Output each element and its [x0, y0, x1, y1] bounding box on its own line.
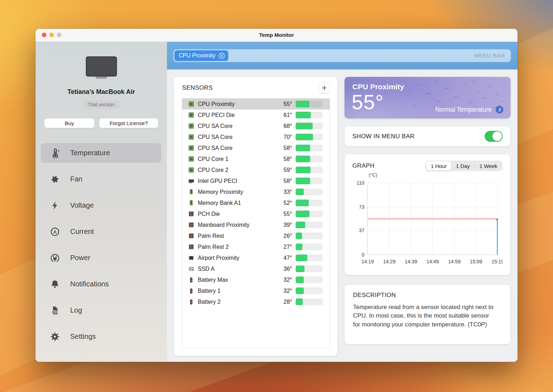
sensor-row[interactable]: Mainboard Proximity 39° [182, 219, 330, 230]
sensor-row[interactable]: Palm Rest 2 27° [182, 241, 330, 252]
hero-temperature-value: 55° [352, 92, 384, 112]
temperature-bar [296, 265, 323, 272]
graph-panel: GRAPH 1 Hour1 Day1 Week (°C)0377311014:1… [345, 154, 510, 275]
temperature-bar [296, 222, 323, 228]
menu-bar-field: CPU Proximity MENU BAR [173, 49, 511, 62]
temperature-bar [296, 167, 323, 173]
forgot-license-button[interactable]: Forgot License? [99, 118, 158, 128]
menu-bar-toggle-card: SHOW IN MENU BAR [345, 126, 510, 146]
sensor-row[interactable]: CPU SA Core 68° [182, 121, 330, 131]
svg-text:14:19: 14:19 [361, 259, 374, 264]
description-title: DESCRIPTION [353, 292, 502, 299]
sidebar-item-temperature[interactable]: Temperature [41, 143, 161, 163]
board-icon [188, 211, 194, 217]
sensor-row[interactable]: CPU SA Core 58° [182, 142, 330, 153]
traffic-lights [42, 33, 61, 37]
menu-bar-strip: CPU Proximity MENU BAR [167, 42, 518, 69]
temperature-bar [296, 298, 323, 305]
board-icon [188, 233, 194, 239]
cpu-icon [188, 134, 194, 140]
app-window: Temp Monitor Tetiana’s MacBook Air Trial… [35, 29, 518, 362]
sensor-row[interactable]: CPU SA Core 70° [182, 131, 330, 142]
sensor-row[interactable]: Battery Max 32° [182, 274, 330, 285]
svg-text:110: 110 [357, 180, 365, 186]
minimize-window-button[interactable] [49, 33, 54, 37]
macbook-icon [85, 56, 118, 80]
range-tab-1-day[interactable]: 1 Day [451, 161, 474, 170]
cpu-icon [188, 123, 194, 129]
sensor-row[interactable]: Memory Proximity 33° [182, 186, 330, 197]
hero-sensor-name: CPU Proximity [352, 83, 404, 91]
sidebar-item-notifications[interactable]: Notifications [41, 274, 161, 294]
sensor-row[interactable]: CPU Proximity 55° [182, 99, 330, 110]
sensor-row[interactable]: Airport Proximity 47° [182, 252, 330, 263]
temperature-bar [296, 112, 323, 118]
svg-text:(°C): (°C) [369, 172, 377, 178]
svg-text:14:29: 14:29 [383, 259, 396, 264]
sidebar-item-log[interactable]: LOG Log [41, 301, 161, 320]
sidebar-item-settings[interactable]: Settings [41, 327, 161, 346]
sensor-row[interactable]: SSD A 36° [182, 263, 330, 274]
desktop-wallpaper: Temp Monitor Tetiana’s MacBook Air Trial… [0, 0, 553, 392]
sensor-list: CPU Proximity 55° CPU PECI Die 61° CPU S… [182, 98, 330, 348]
menu-bar-label: MENU BAR [474, 49, 505, 62]
svg-text:14:49: 14:49 [426, 259, 439, 264]
temperature-bar [296, 254, 323, 261]
cpu-icon [188, 145, 194, 151]
sensor-row[interactable]: CPU PECI Die 61° [182, 110, 330, 121]
close-window-button[interactable] [42, 33, 46, 37]
graph-range-tabs: 1 Hour1 Day1 Week [425, 161, 503, 171]
menu-bar-sensor-chip[interactable]: CPU Proximity [174, 50, 228, 61]
sidebar-item-current[interactable]: A Current [41, 222, 161, 241]
show-in-menu-bar-toggle[interactable] [485, 131, 503, 142]
sensor-row[interactable]: CPU Core 2 59° [182, 164, 330, 175]
temperature-bar [296, 156, 323, 162]
svg-text:A: A [53, 229, 57, 234]
buy-button[interactable]: Buy [44, 118, 94, 128]
main-area: CPU Proximity MENU BAR SENSORS [167, 42, 518, 362]
plus-icon [322, 85, 327, 91]
macbook-screen [86, 56, 117, 77]
thermometer-icon [49, 147, 61, 159]
board-icon [188, 222, 194, 228]
battery-icon [188, 299, 194, 305]
info-icon[interactable]: i [496, 106, 503, 113]
add-sensor-button[interactable] [319, 83, 330, 93]
device-name: Tetiana’s MacBook Air [35, 88, 167, 96]
ampere-icon: A [49, 226, 61, 237]
temperature-bar [296, 178, 323, 184]
toggle-label: SHOW IN MENU BAR [352, 133, 414, 140]
bolt-icon [49, 200, 61, 211]
remove-chip-icon[interactable] [218, 52, 225, 59]
sensor-row[interactable]: Battery 1 32° [182, 285, 330, 296]
description-panel: DESCRIPTION Temperature read from a sens… [345, 285, 510, 344]
description-text: Temperature read from a sensor located r… [353, 303, 498, 329]
gpu-icon [188, 178, 194, 184]
range-tab-1-week[interactable]: 1 Week [475, 161, 502, 170]
wifi-icon [188, 255, 194, 261]
svg-text:15:09: 15:09 [470, 259, 482, 264]
chip-label: CPU Proximity [179, 52, 216, 59]
sensor-row[interactable]: Memory Bank A1 52° [182, 197, 330, 208]
cpu-icon [188, 156, 194, 162]
temperature-bar [296, 287, 323, 294]
temperature-chart: (°C)0377311014:1914:2914:3914:4914:5915:… [352, 171, 503, 269]
gear-icon [49, 331, 61, 342]
sensor-row[interactable]: Palm Rest 26° [182, 230, 330, 241]
sensor-row[interactable]: CPU Core 1 58° [182, 153, 330, 164]
sidebar-item-power[interactable]: Power [41, 248, 161, 268]
zoom-window-button[interactable] [57, 33, 61, 37]
battery-icon [188, 288, 194, 294]
sidebar-item-fan[interactable]: Fan [41, 169, 161, 189]
sensors-title: SENSORS [182, 84, 213, 91]
sensor-row[interactable]: Intel GPU PECI 58° [182, 175, 330, 186]
temperature-bar [296, 200, 323, 206]
temperature-bar [296, 276, 323, 283]
sensor-row[interactable]: PCH Die 55° [182, 208, 330, 219]
window-titlebar: Temp Monitor [35, 29, 518, 42]
ssd-icon [188, 266, 194, 272]
range-tab-1-hour[interactable]: 1 Hour [426, 161, 451, 170]
svg-text:73: 73 [359, 204, 364, 210]
sidebar-item-voltage[interactable]: Voltage [41, 196, 161, 215]
sensor-row[interactable]: Battery 2 28° [182, 296, 330, 307]
